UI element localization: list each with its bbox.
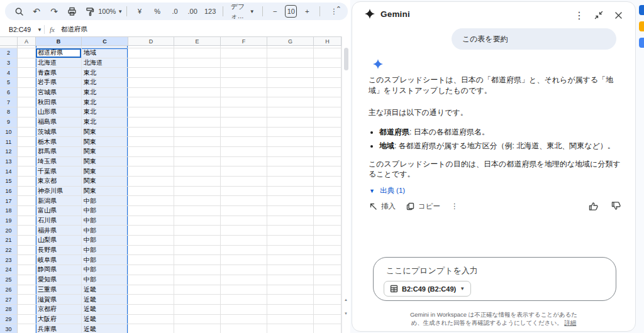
cell-F3[interactable] [221,58,267,68]
column-header-H[interactable]: H [314,36,341,46]
vertical-scrollbar[interactable]: ▲ ▼ [341,36,350,333]
row-header-12[interactable]: 12 [0,147,18,157]
cell-A23[interactable] [18,255,36,265]
row-header-23[interactable]: 23 [0,255,18,265]
panel-close-icon[interactable] [611,8,625,22]
row-header-21[interactable]: 21 [0,236,18,246]
cell-G25[interactable] [267,275,314,285]
cell-H7[interactable] [314,97,341,107]
cell-D28[interactable] [128,305,174,315]
cell-C11[interactable]: 関東 [82,137,128,147]
select-all-corner[interactable] [0,36,18,46]
row-header-7[interactable]: 7 [0,97,18,107]
cell-A12[interactable] [18,147,36,157]
cell-H8[interactable] [314,107,341,117]
cell-F17[interactable] [221,196,267,206]
cell-D3[interactable] [128,58,174,68]
thumbs-down-icon[interactable] [609,199,623,213]
cell-G4[interactable] [267,68,314,78]
cell-B15[interactable]: 東京都 [36,177,82,187]
row-header-9[interactable]: 9 [0,117,18,128]
cell-A25[interactable] [18,275,36,285]
cell-G2[interactable] [267,48,314,58]
cell-A3[interactable] [18,58,36,68]
cell-E19[interactable] [174,216,221,226]
cell-A8[interactable] [18,107,36,117]
cell-E14[interactable] [174,166,221,177]
cell-E23[interactable] [174,255,221,265]
cell-E20[interactable] [174,226,221,236]
cell-C27[interactable]: 近畿 [82,295,128,305]
paint-format-icon[interactable] [82,4,97,19]
cell-A21[interactable] [18,236,36,246]
cell-H22[interactable] [314,246,341,256]
cell-H9[interactable] [314,117,341,128]
cell-G27[interactable] [267,295,314,305]
row-header-16[interactable]: 16 [0,187,18,197]
cell-D17[interactable] [128,196,174,206]
cell-G12[interactable] [267,147,314,157]
keep-app-icon[interactable] [639,21,644,31]
cell-C4[interactable]: 東北 [82,68,128,78]
panel-more-options-icon[interactable]: ⋮ [572,8,586,22]
cell-C9[interactable]: 東北 [82,117,128,128]
cell-A13[interactable] [18,157,36,167]
undo-icon[interactable]: ↶ [29,4,44,19]
cell-H17[interactable] [314,196,341,206]
cell-C14[interactable]: 関東 [82,166,128,177]
cell-H18[interactable] [314,206,341,216]
cell-C22[interactable]: 中部 [82,246,128,256]
cell-G22[interactable] [267,246,314,256]
cell-D27[interactable] [128,295,174,305]
cell-D21[interactable] [128,236,174,246]
cell-B17[interactable]: 新潟県 [36,196,82,206]
cell-D15[interactable] [128,177,174,187]
cell-D13[interactable] [128,157,174,167]
cell-B2[interactable]: 都道府県 [36,48,82,58]
row-header-28[interactable]: 28 [0,305,18,315]
cell-G3[interactable] [267,58,314,68]
print-icon[interactable] [64,4,79,19]
cell-F18[interactable] [221,206,267,216]
cell-E21[interactable] [174,236,221,246]
cell-G17[interactable] [267,196,314,206]
row-header-15[interactable]: 15 [0,177,18,187]
row-header-14[interactable]: 14 [0,166,18,177]
cell-E13[interactable] [174,157,221,167]
panel-collapse-icon[interactable] [592,8,606,22]
cell-A17[interactable] [18,196,36,206]
cell-B30[interactable]: 兵庫県 [36,324,82,333]
cell-B7[interactable]: 秋田県 [36,97,82,107]
cell-B9[interactable]: 福島県 [36,117,82,128]
cell-A16[interactable] [18,187,36,197]
cell-H21[interactable] [314,236,341,246]
cell-B24[interactable]: 静岡県 [36,265,82,275]
search-icon[interactable] [11,4,26,19]
row-header-17[interactable]: 17 [0,196,18,206]
cell-G11[interactable] [267,137,314,147]
increase-decimal-button[interactable]: .00 [185,4,200,19]
row-header-20[interactable]: 20 [0,226,18,236]
cell-A2[interactable] [18,48,36,58]
range-chip[interactable]: B2:C49 (B2:C49) ▼ [384,281,471,297]
row-header-19[interactable]: 19 [0,216,18,226]
cell-D6[interactable] [128,88,174,98]
cell-G5[interactable] [267,78,314,88]
cell-B28[interactable]: 京都府 [36,305,82,315]
cell-F14[interactable] [221,166,267,177]
cell-G9[interactable] [267,117,314,128]
cell-F16[interactable] [221,187,267,197]
cell-E30[interactable] [174,324,221,333]
cell-C23[interactable]: 中部 [82,255,128,265]
cell-A22[interactable] [18,246,36,256]
cell-E9[interactable] [174,117,221,128]
cell-G16[interactable] [267,187,314,197]
cell-E25[interactable] [174,275,221,285]
copy-button[interactable]: コピー [406,202,440,211]
sources-toggle[interactable]: ▼ 出典 (1) [369,186,405,195]
cell-D8[interactable] [128,107,174,117]
cell-E27[interactable] [174,295,221,305]
cell-G28[interactable] [267,305,314,315]
cell-B12[interactable]: 群馬県 [36,147,82,157]
cell-D26[interactable] [128,285,174,295]
